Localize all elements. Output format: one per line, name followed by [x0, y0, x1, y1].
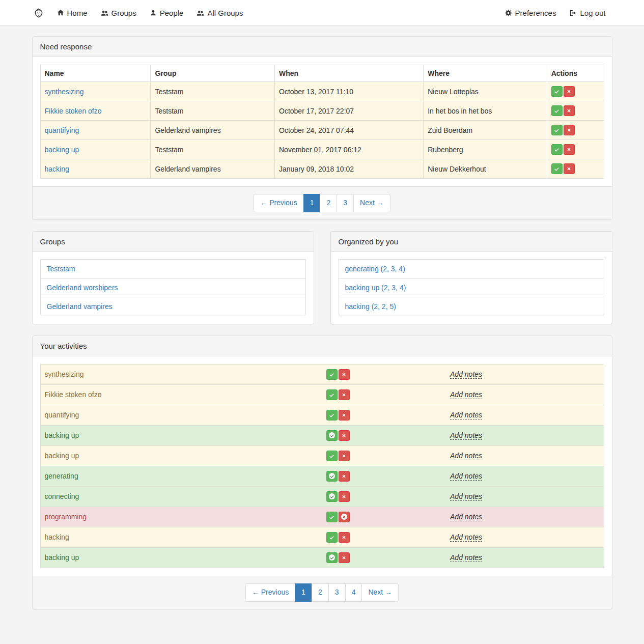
pagination-next[interactable]: Next →	[353, 194, 390, 212]
name-cell: quantifying	[40, 121, 151, 140]
attend-yes-button[interactable]	[551, 144, 563, 155]
nav-home[interactable]: Home	[50, 0, 94, 25]
add-notes-link[interactable]: Add notes	[450, 431, 482, 440]
attend-yes-button[interactable]	[326, 410, 338, 421]
pagination-previous[interactable]: ← Previous	[245, 583, 295, 602]
pagination-page-3[interactable]: 3	[328, 583, 346, 602]
attend-no-button[interactable]	[564, 163, 575, 174]
organized-list-item[interactable]: generating (2, 3, 4)	[339, 259, 604, 278]
add-notes-link[interactable]: Add notes	[450, 492, 482, 501]
nav-groups[interactable]: Groups	[94, 0, 143, 25]
group-list-item[interactable]: Gelderland vampires	[40, 297, 306, 316]
attend-no-button[interactable]	[339, 491, 350, 502]
activity-link[interactable]: Fikkie stoken ofzo	[45, 107, 102, 115]
add-notes-link[interactable]: Add notes	[450, 370, 482, 379]
attend-yes-button[interactable]	[326, 491, 338, 502]
activities-table: synthesizing	[40, 364, 604, 568]
nav-logout[interactable]: Log out	[563, 0, 612, 25]
group-link[interactable]: Gelderland worshipers	[47, 284, 118, 292]
need-response-rows: synthesizing Teststam October 13, 2017 1…	[40, 82, 604, 179]
attend-yes-button[interactable]	[326, 389, 338, 400]
attend-yes-button[interactable]	[551, 163, 563, 174]
attend-yes-button[interactable]	[326, 430, 338, 441]
organized-activity-link[interactable]: generating (2, 3, 4)	[345, 265, 405, 273]
organized-activity-link[interactable]: backing up (2, 3, 4)	[345, 284, 406, 292]
attend-no-button[interactable]	[564, 144, 575, 155]
activity-link[interactable]: quantifying	[45, 411, 79, 419]
pagination-page-4[interactable]: 4	[345, 583, 362, 602]
table-row: backing up Teststam November 01, 2017 06…	[40, 140, 604, 159]
attend-no-button[interactable]	[339, 532, 350, 543]
nav-preferences-label: Preferences	[515, 9, 556, 17]
attend-yes-button[interactable]	[326, 471, 338, 482]
attend-no-button[interactable]	[339, 552, 350, 563]
nav-all-groups[interactable]: All Groups	[190, 0, 249, 25]
attend-no-button[interactable]	[339, 451, 350, 461]
group-list-item[interactable]: Gelderland worshipers	[40, 278, 306, 297]
attend-no-button[interactable]	[564, 125, 575, 135]
attend-yes-button[interactable]	[326, 369, 338, 380]
organized-activity-link[interactable]: hacking (2, 2, 5)	[345, 302, 396, 311]
activity-link[interactable]: synthesizing	[45, 370, 84, 378]
attend-no-button[interactable]	[339, 512, 350, 522]
group-list-item[interactable]: Teststam	[40, 259, 306, 278]
nav-preferences[interactable]: Preferences	[498, 0, 563, 25]
activity-link[interactable]: hacking	[45, 533, 69, 541]
group-link[interactable]: Teststam	[47, 265, 75, 273]
attend-yes-button[interactable]	[326, 512, 338, 522]
x-icon	[341, 453, 347, 459]
pagination-page-1[interactable]: 1	[303, 194, 321, 212]
activities-rows: synthesizing	[40, 364, 604, 568]
activity-link[interactable]: synthesizing	[45, 88, 84, 96]
attend-no-button[interactable]	[339, 430, 350, 441]
attend-yes-button[interactable]	[326, 451, 338, 461]
nav-people[interactable]: People	[143, 0, 190, 25]
pagination-page-2[interactable]: 2	[320, 194, 337, 212]
table-row: synthesizing Teststam October 13, 2017 1…	[40, 82, 604, 101]
add-notes-link[interactable]: Add notes	[450, 472, 482, 481]
activity-link[interactable]: programming	[45, 513, 87, 521]
activity-link[interactable]: backing up	[45, 146, 79, 154]
brand-logo[interactable]	[32, 7, 50, 18]
activity-name-cell: backing up	[40, 547, 322, 568]
add-notes-link[interactable]: Add notes	[450, 411, 482, 419]
group-link[interactable]: Gelderland vampires	[47, 302, 113, 311]
activity-link[interactable]: connecting	[45, 492, 79, 500]
organized-list-item[interactable]: hacking (2, 2, 5)	[339, 297, 604, 316]
attend-yes-button[interactable]	[551, 125, 563, 135]
attend-no-button[interactable]	[339, 389, 350, 400]
add-notes-link[interactable]: Add notes	[450, 390, 482, 399]
attend-yes-button[interactable]	[326, 552, 338, 563]
organized-list-item[interactable]: backing up (2, 3, 4)	[339, 278, 604, 297]
activity-link[interactable]: backing up	[45, 452, 79, 460]
x-icon	[566, 89, 572, 94]
nav-groups-label: Groups	[111, 9, 136, 17]
attend-no-button[interactable]	[339, 471, 350, 482]
pagination-previous[interactable]: ← Previous	[254, 194, 303, 212]
attend-yes-button[interactable]	[551, 105, 563, 116]
add-notes-link[interactable]: Add notes	[450, 533, 482, 542]
attend-no-button[interactable]	[564, 86, 575, 97]
table-row: quantifying Gelderland vampires October …	[40, 121, 604, 140]
activity-link[interactable]: generating	[45, 472, 78, 480]
activity-link[interactable]: backing up	[45, 553, 79, 562]
add-notes-link[interactable]: Add notes	[450, 452, 482, 460]
attend-no-button[interactable]	[339, 369, 350, 380]
activity-link[interactable]: Fikkie stoken ofzo	[45, 390, 102, 399]
attend-no-button[interactable]	[339, 410, 350, 421]
pagination-next[interactable]: Next →	[361, 583, 399, 602]
add-notes-link[interactable]: Add notes	[450, 553, 482, 562]
activity-link[interactable]: hacking	[45, 165, 69, 173]
pagination-page-3[interactable]: 3	[337, 194, 354, 212]
attend-yes-button[interactable]	[551, 86, 563, 97]
activity-link[interactable]: backing up	[45, 431, 79, 439]
activity-link[interactable]: quantifying	[45, 126, 79, 134]
attend-no-button[interactable]	[564, 105, 575, 116]
add-notes-link[interactable]: Add notes	[450, 513, 482, 521]
pagination-page-1[interactable]: 1	[295, 583, 312, 602]
pagination-page-2[interactable]: 2	[312, 583, 329, 602]
check-icon	[329, 372, 334, 377]
attend-yes-button[interactable]	[326, 532, 338, 543]
circle-check-icon	[328, 493, 335, 500]
organized-panel: Organized by you generating (2, 3, 4) ba…	[330, 231, 612, 324]
